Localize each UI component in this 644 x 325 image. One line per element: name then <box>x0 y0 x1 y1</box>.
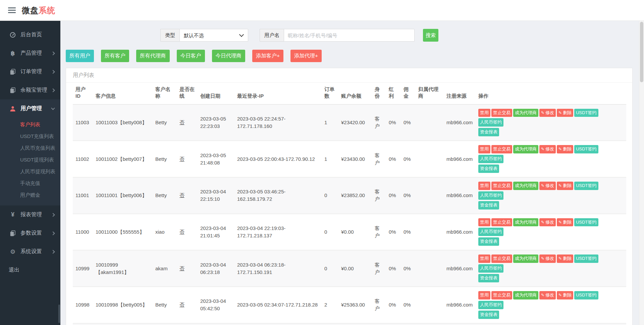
sidebar-item-users[interactable]: 用户管理 <box>0 99 60 118</box>
all-customers-button[interactable]: 所有客户 <box>101 50 129 62</box>
sidebar-item-params[interactable]: 参数设置 <box>0 224 60 242</box>
ban-trade-button[interactable]: 禁止交易 <box>491 291 512 299</box>
delete-button[interactable]: ✎删除 <box>557 182 573 190</box>
rmb-sign-button[interactable]: 人民币签约 <box>478 264 503 273</box>
funds-report-button[interactable]: 资金报表 <box>478 237 499 246</box>
sidebar-submenu: 客户列表USDT充值列表人民币充值列表USDT提现列表人民币提现列表手动充值用户… <box>0 118 60 205</box>
search-button[interactable]: 搜索 <box>423 29 438 42</box>
usdt-sign-button[interactable]: USDT签约 <box>574 254 598 263</box>
disable-button[interactable]: 禁用 <box>478 218 490 227</box>
usdt-sign-button[interactable]: USDT签约 <box>574 109 598 117</box>
pencil-icon: ✎ <box>541 110 544 115</box>
cell-info: 10011003【betty008】 <box>93 104 153 141</box>
add-customer-button[interactable]: 添加客户+ <box>252 50 283 62</box>
delete-button[interactable]: ✎删除 <box>557 218 573 227</box>
cell-created: 2023-03-05 21:48:08 <box>198 141 234 177</box>
usdt-sign-button[interactable]: USDT签约 <box>574 218 598 227</box>
sidebar-subitem-usdt-recharge[interactable]: USDT充值列表 <box>0 130 60 142</box>
sidebar-item-dashboard[interactable]: 后台首页 <box>0 26 60 44</box>
delete-button[interactable]: ✎删除 <box>557 254 573 263</box>
sidebar-item-yuebao[interactable]: 余额宝管理 <box>0 81 60 99</box>
usdt-sign-button[interactable]: USDT签约 <box>574 291 598 299</box>
today-agents-button[interactable]: 今日代理商 <box>212 50 246 62</box>
funds-report-button[interactable]: 资金报表 <box>478 128 499 136</box>
edit-button[interactable]: ✎修改 <box>539 291 556 299</box>
copy-icon <box>9 230 17 236</box>
vertical-scrollbar-thumb[interactable] <box>640 22 643 82</box>
become-agent-button[interactable]: 成为代理商 <box>513 145 538 153</box>
rmb-sign-button[interactable]: 人民币签约 <box>478 118 503 127</box>
all-users-button[interactable]: 所有用户 <box>66 50 94 62</box>
sidebar-subitem-usdt-withdraw[interactable]: USDT提现列表 <box>0 154 60 166</box>
today-customers-button[interactable]: 今日客户 <box>177 50 205 62</box>
delete-button[interactable]: ✎删除 <box>557 109 573 117</box>
usdt-sign-button[interactable]: USDT签约 <box>574 145 598 153</box>
sidebar-item-reports[interactable]: ¥报表管理 <box>0 205 60 224</box>
edit-button[interactable]: ✎修改 <box>539 182 556 190</box>
rmb-sign-button[interactable]: 人民币签约 <box>478 301 503 309</box>
delete-button[interactable]: ✎删除 <box>557 145 573 153</box>
ban-trade-button[interactable]: 禁止交易 <box>491 109 512 117</box>
table-row: 1099810010998【betty005】Betty否2023-03-04 … <box>73 287 626 323</box>
funds-report-button[interactable]: 资金报表 <box>478 201 499 210</box>
cell-name: ming <box>153 323 177 325</box>
become-agent-button[interactable]: 成为代理商 <box>513 182 538 190</box>
edit-button[interactable]: ✎修改 <box>539 145 556 153</box>
cell-created: 2023-03-04 21:01:45 <box>198 214 234 250</box>
app-logo: 微盘系统 <box>22 5 55 16</box>
sidebar-item-products[interactable]: ฿产品管理 <box>0 44 60 62</box>
disable-button[interactable]: 禁用 <box>478 254 490 263</box>
vertical-scrollbar[interactable] <box>639 21 644 325</box>
all-agents-button[interactable]: 所有代理商 <box>136 50 170 62</box>
edit-button[interactable]: ✎修改 <box>539 254 556 263</box>
disable-button[interactable]: 禁用 <box>478 291 490 299</box>
cell-name: Betty <box>153 177 177 214</box>
disable-button[interactable]: 禁用 <box>478 109 490 117</box>
type-select[interactable]: 默认不选 <box>179 29 248 42</box>
cell-bonus: 0% <box>386 214 401 250</box>
sidebar-item-system[interactable]: ⚙系统设置 <box>0 242 60 261</box>
sidebar-subitem-customer-list[interactable]: 客户列表 <box>0 119 60 130</box>
edit-button[interactable]: ✎修改 <box>539 218 556 227</box>
menu-toggle-icon[interactable] <box>8 6 16 14</box>
gears-icon: ⚙ <box>9 248 17 256</box>
sidebar-subitem-rmb-withdraw[interactable]: 人民币提现列表 <box>0 166 60 177</box>
cell-actions: 禁用禁止交易成为代理商✎修改✎删除USDT签约人民币签约资金报表 <box>476 214 626 250</box>
rmb-sign-button[interactable]: 人民币签约 <box>478 155 503 163</box>
cell-last_login: 2023-03-05 03:46:25-162.158.179.72 <box>234 177 322 214</box>
sidebar-subitem-user-bonus[interactable]: 用户赠金 <box>0 189 60 201</box>
disable-button[interactable]: 禁用 <box>478 182 490 190</box>
rmb-sign-button[interactable]: 人民币签约 <box>478 228 503 236</box>
funds-report-button[interactable]: 资金报表 <box>478 274 499 282</box>
username-input[interactable] <box>284 29 415 42</box>
sidebar-subitem-manual-recharge[interactable]: 手动充值 <box>0 177 60 189</box>
sidebar-item-orders[interactable]: 订单管理 <box>0 62 60 81</box>
add-agent-button[interactable]: 添加代理+ <box>290 50 322 62</box>
become-agent-button[interactable]: 成为代理商 <box>513 218 538 227</box>
pencil-icon: ✎ <box>558 256 562 261</box>
cell-info: 10011000【555555】 <box>93 214 153 250</box>
sidebar-scrollbar-thumb[interactable] <box>58 305 60 323</box>
cell-bonus: 0% <box>386 250 401 287</box>
become-agent-button[interactable]: 成为代理商 <box>513 109 538 117</box>
delete-button[interactable]: ✎删除 <box>557 291 573 299</box>
ban-trade-button[interactable]: 禁止交易 <box>491 254 512 263</box>
funds-report-button[interactable]: 资金报表 <box>478 311 499 319</box>
edit-button[interactable]: ✎修改 <box>539 109 556 117</box>
disable-button[interactable]: 禁用 <box>478 145 490 153</box>
cell-balance: ¥23430.00 <box>338 141 372 177</box>
rmb-sign-button[interactable]: 人民币签约 <box>478 191 503 200</box>
sidebar-subitem-rmb-recharge[interactable]: 人民币充值列表 <box>0 142 60 154</box>
sidebar-item-orders-group: 订单管理 <box>0 62 60 81</box>
cell-agent <box>416 214 444 250</box>
ban-trade-button[interactable]: 禁止交易 <box>491 182 512 190</box>
sidebar-item-logout-group: 退出 <box>0 261 60 279</box>
sidebar-item-logout[interactable]: 退出 <box>0 261 60 279</box>
ban-trade-button[interactable]: 禁止交易 <box>491 218 512 227</box>
become-agent-button[interactable]: 成为代理商 <box>513 254 538 263</box>
ban-trade-button[interactable]: 禁止交易 <box>491 145 512 153</box>
usdt-sign-button[interactable]: USDT签约 <box>574 182 598 190</box>
chevron-right-icon <box>51 213 55 217</box>
funds-report-button[interactable]: 资金报表 <box>478 165 499 173</box>
become-agent-button[interactable]: 成为代理商 <box>513 291 538 299</box>
